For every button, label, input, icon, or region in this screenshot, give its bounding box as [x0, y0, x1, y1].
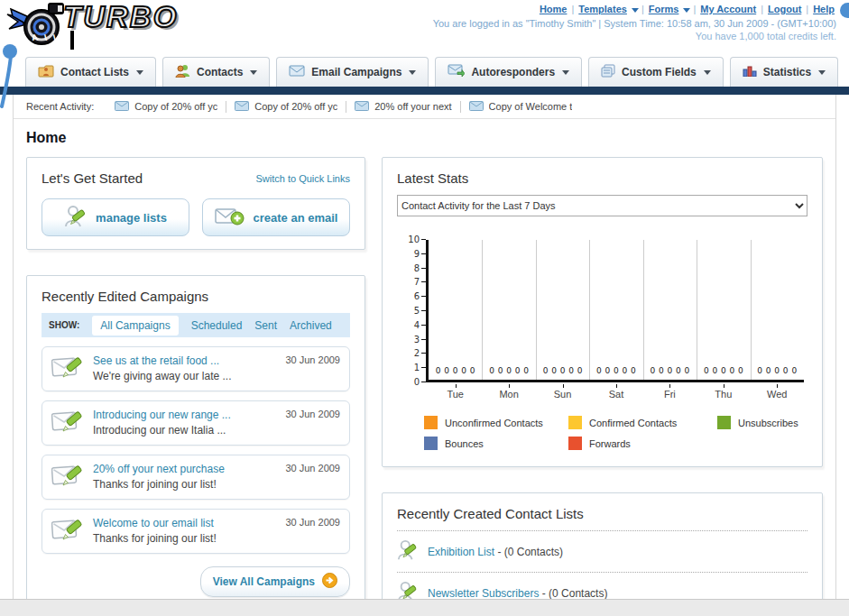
filter-tab-archived[interactable]: Archived — [290, 319, 332, 332]
campaign-date: 30 Jun 2009 — [285, 354, 340, 365]
header-link-templates[interactable]: Templates — [578, 4, 627, 14]
data-value-label: 0 — [436, 366, 441, 375]
manage-lists-label: manage lists — [96, 211, 167, 225]
legend-swatch — [424, 416, 438, 429]
y-tick-label: 8 — [414, 263, 426, 273]
custom-fields-icon — [601, 64, 615, 81]
show-label: SHOW: — [49, 320, 79, 330]
campaign-card[interactable]: Welcome to our email list Thanks for joi… — [42, 509, 350, 554]
campaign-title-link[interactable]: See us at the retail food ... — [93, 354, 231, 367]
legend-swatch — [717, 416, 731, 429]
header-link-forms[interactable]: Forms — [649, 4, 679, 14]
header-link-help[interactable]: Help — [813, 4, 835, 14]
data-value-label: 0 — [489, 366, 494, 375]
envelope-icon — [355, 101, 369, 113]
lets-get-started-panel: Let's Get Started Switch to Quick Links — [26, 157, 365, 250]
legend-label: Unsubscribes — [738, 418, 798, 428]
data-value-label: 0 — [577, 366, 583, 375]
nav-tab-label: Autoresponders — [471, 66, 555, 78]
content-frame: Recent Activity: Copy of 20% off yc — [13, 95, 836, 616]
chevron-down-icon — [632, 8, 639, 13]
recently-created-contact-lists-panel: Recently Created Contact Lists — [382, 492, 823, 616]
campaign-title-link[interactable]: 20% off your next purchase — [93, 463, 225, 475]
data-value-label: 0 — [453, 366, 458, 375]
legend-label: Forwards — [589, 438, 631, 449]
contact-lists-panel-title: Recently Created Contact Lists — [397, 506, 807, 521]
navy-divider-bar — [0, 87, 849, 95]
header-link-home[interactable]: Home — [540, 4, 568, 14]
campaign-card[interactable]: 20% off your next purchase Thanks for jo… — [42, 455, 350, 500]
contact-list-row[interactable]: Exhibition List - (0 Contacts) — [397, 530, 807, 572]
data-value-label: 0 — [605, 366, 611, 375]
chevron-down-icon — [818, 70, 826, 75]
header-right: Home|Templates|Forms|My Account|Logout|H… — [433, 4, 836, 41]
y-tick-label: 6 — [414, 291, 426, 301]
campaign-date: 30 Jun 2009 — [285, 463, 340, 473]
data-value-label: 0 — [631, 366, 636, 375]
data-value-label: 0 — [596, 366, 602, 375]
recent-activity-bar: Recent Activity: Copy of 20% off yc — [14, 95, 835, 119]
nav-tab-contact-lists[interactable]: Contact Lists — [25, 57, 156, 87]
data-value-label: 0 — [444, 366, 449, 375]
data-value-label: 0 — [783, 366, 789, 375]
recent-activity-item[interactable]: Copy of 20% off yc — [106, 101, 226, 113]
stats-period-select[interactable]: Contact Activity for the Last 7 Days — [397, 195, 807, 216]
filter-tab-sent[interactable]: Sent — [254, 319, 277, 332]
filter-tab-scheduled[interactable]: Scheduled — [191, 319, 243, 332]
create-email-button[interactable]: create an email — [202, 198, 350, 236]
contact-list-name-link[interactable]: Newsletter Subscribers — [428, 587, 539, 600]
campaign-title-link[interactable]: Welcome to our email list — [93, 517, 217, 529]
envelope-pencil-icon — [51, 517, 84, 546]
view-all-campaigns-label: View All Campaigns — [213, 575, 315, 588]
recent-activity-item[interactable]: Copy of Welcome tc — [461, 101, 580, 113]
chart-day-group: 00000 — [751, 240, 804, 380]
campaign-title-link[interactable]: Introducing our new range ... — [93, 409, 231, 421]
envelope-icon — [289, 64, 305, 80]
campaign-subtitle: Introducing our new Italia ... — [93, 424, 231, 437]
data-value-label: 0 — [498, 366, 503, 375]
chart-day-group: 00000 — [589, 240, 642, 380]
nav-tab-email-campaigns[interactable]: Email Campaigns — [276, 57, 429, 87]
filter-tab-all-campaigns[interactable]: All Campaigns — [92, 316, 178, 336]
y-tick-label: 9 — [414, 249, 426, 259]
nav-tab-contacts[interactable]: Contacts — [162, 57, 270, 87]
data-value-label: 0 — [659, 366, 664, 375]
manage-lists-button[interactable]: manage lists — [42, 198, 189, 236]
view-all-campaigns-button[interactable]: View All Campaigns — [200, 566, 350, 597]
latest-stats-panel: Latest Stats Contact Activity for the La… — [382, 157, 823, 467]
x-tick-label: Mon — [482, 384, 535, 400]
legend-item: Bounces — [424, 437, 568, 450]
recent-activity-item[interactable]: 20% off your next — [346, 101, 460, 113]
switch-to-quick-links[interactable]: Switch to Quick Links — [255, 173, 350, 184]
y-tick-label: 0 — [414, 377, 426, 387]
campaigns-filter-bar: SHOW: All Campaigns Scheduled Sent Archi… — [42, 313, 350, 337]
data-value-label: 0 — [704, 366, 709, 375]
person-pencil-icon — [64, 205, 88, 231]
campaign-card[interactable]: See us at the retail food ... We're givi… — [42, 346, 350, 391]
legend-swatch — [568, 416, 582, 429]
chart-plot-area: 00000000000000000000000000000000000 — [426, 240, 804, 382]
y-tick-label: 10 — [408, 234, 426, 244]
x-tick-label: Fri — [643, 384, 697, 400]
envelope-pencil-icon — [51, 409, 84, 437]
recent-activity-item-label: 20% off your next — [374, 101, 451, 112]
nav-tab-custom-fields[interactable]: Custom Fields — [588, 57, 724, 87]
header-link-logout[interactable]: Logout — [768, 4, 801, 14]
recent-activity-item[interactable]: Copy of 20% off yc — [226, 101, 346, 113]
lets-get-started-title: Let's Get Started — [42, 170, 143, 186]
data-value-label: 0 — [685, 366, 690, 375]
campaign-card[interactable]: Introducing our new range ... Introducin… — [42, 400, 350, 446]
chevron-down-icon — [250, 70, 257, 75]
campaign-date: 30 Jun 2009 — [285, 409, 340, 419]
recent-activity-item-label: Copy of 20% off yc — [254, 101, 337, 112]
main-content: Home Let's Get Started Switch to Quick L… — [14, 119, 835, 616]
nav-tab-autoresponders[interactable]: Autoresponders — [435, 57, 582, 87]
data-value-label: 0 — [560, 366, 566, 375]
left-column: Let's Get Started Switch to Quick Links — [26, 157, 365, 616]
contact-list-name-link[interactable]: Exhibition List — [428, 546, 494, 558]
data-value-label: 0 — [470, 366, 475, 375]
statistics-icon — [743, 64, 757, 80]
header-link-my-account[interactable]: My Account — [700, 4, 756, 14]
legend-item: Unsubscribes — [717, 416, 804, 429]
nav-tab-statistics[interactable]: Statistics — [730, 57, 838, 87]
